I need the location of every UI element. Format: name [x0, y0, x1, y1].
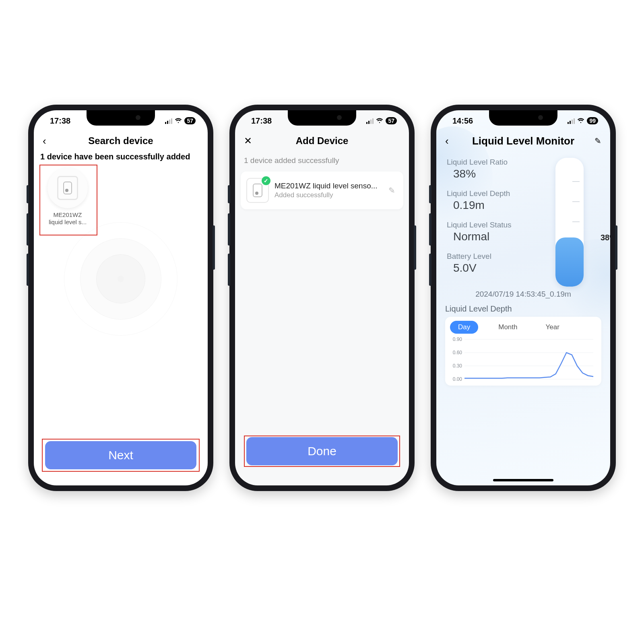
edit-icon[interactable]: ✎ [594, 136, 601, 146]
page-title: Liquid Level Monitor [472, 135, 574, 147]
status-time: 17:38 [47, 116, 70, 126]
time-range-segmented: Day Month Year [450, 321, 597, 334]
nav-bar: ✕ Add Device [235, 131, 409, 151]
battery-indicator: 57 [184, 117, 196, 124]
metric-ratio: Liquid Level Ratio 38% [447, 158, 549, 180]
done-button[interactable]: Done [246, 437, 398, 465]
battery-indicator: 99 [587, 117, 598, 124]
seg-month[interactable]: Month [490, 321, 525, 334]
seg-day[interactable]: Day [450, 321, 478, 334]
metric-status: Liquid Level Status Normal [447, 221, 549, 243]
next-button[interactable]: Next [45, 441, 196, 469]
scan-radar [60, 219, 181, 339]
device-row[interactable]: ✓ ME201WZ liquid level senso... Added su… [241, 171, 403, 209]
device-icon [47, 168, 88, 208]
notch [87, 110, 155, 126]
subtitle-text: 1 device have been successfully added [34, 151, 208, 165]
back-icon[interactable]: ‹ [43, 135, 46, 147]
nav-bar: ‹ Search device [34, 131, 208, 151]
cellular-icon [366, 118, 374, 124]
phone-frame-1: 17:38 57 ‹ Search device 1 device have b… [28, 105, 213, 491]
back-icon[interactable]: ‹ [445, 135, 449, 147]
check-icon: ✓ [262, 176, 270, 185]
svg-text:0.90: 0.90 [453, 337, 462, 342]
subtitle-text: 1 device added successfully [235, 151, 409, 169]
wifi-icon [376, 118, 383, 124]
wifi-icon [175, 118, 182, 124]
notch [489, 110, 557, 126]
svg-text:0.60: 0.60 [453, 350, 462, 355]
status-time: 17:38 [249, 116, 272, 126]
edit-icon[interactable]: ✎ [386, 183, 398, 198]
device-name: ME201WZ liquid level senso... [275, 182, 380, 190]
seg-year[interactable]: Year [537, 321, 567, 334]
screenshot-canvas: 17:38 57 ‹ Search device 1 device have b… [0, 0, 644, 644]
home-indicator [493, 479, 553, 481]
depth-line-chart: 0.000.300.600.90 [450, 337, 597, 383]
tank-percent-label: 38% [601, 233, 610, 242]
device-status: Added successfully [275, 191, 380, 199]
svg-text:0.30: 0.30 [453, 363, 462, 369]
tank-gauge: 38% [555, 158, 600, 287]
page-title: Search device [88, 135, 153, 147]
svg-text:0.00: 0.00 [453, 376, 462, 382]
cellular-icon [568, 118, 575, 124]
chart-card: Day Month Year 0.000.300.600.90 [445, 317, 601, 386]
phone-frame-2: 17:38 57 ✕ Add Device 1 device added suc… [229, 105, 415, 491]
tank-fill [555, 237, 584, 287]
device-icon: ✓ [246, 178, 269, 203]
close-icon[interactable]: ✕ [244, 135, 252, 147]
chart-title: Liquid Level Depth [445, 304, 601, 314]
status-time: 14:56 [450, 116, 473, 126]
battery-indicator: 57 [386, 117, 397, 124]
found-device-tile[interactable]: ME201WZ liquid level s... [39, 168, 96, 226]
nav-bar: ‹ Liquid Level Monitor ✎ [436, 131, 610, 151]
cellular-icon [165, 118, 172, 124]
last-reading-timestamp: 2024/07/19 14:53:45_0.19m [436, 290, 610, 299]
notch [288, 110, 356, 126]
metric-depth: Liquid Level Depth 0.19m [447, 189, 549, 212]
phone-frame-3: 14:56 99 ‹ Liquid Level Monitor ✎ Liquid… [431, 105, 616, 491]
wifi-icon [577, 118, 584, 124]
page-title: Add Device [296, 135, 349, 147]
metric-battery: Battery Level 5.0V [447, 252, 549, 275]
